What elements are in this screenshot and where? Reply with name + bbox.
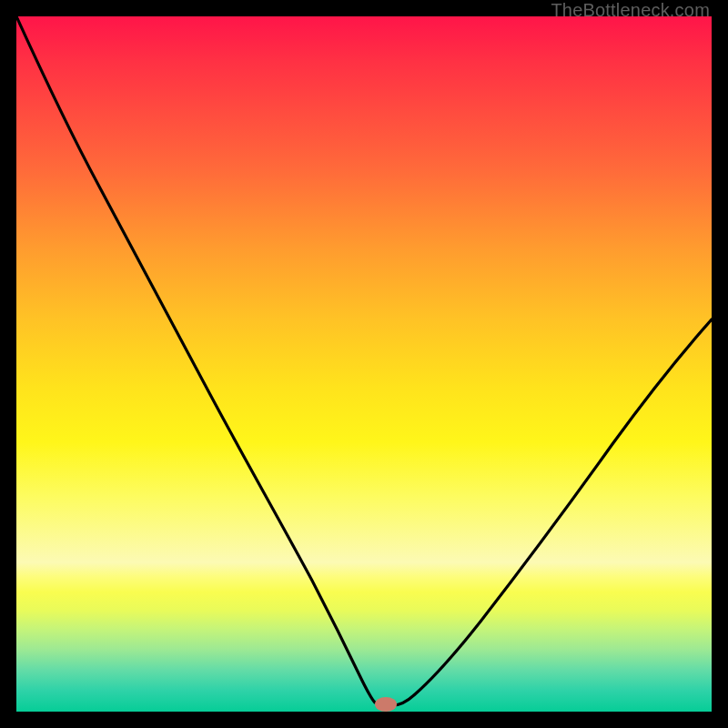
- bottleneck-curve-path: [16, 16, 712, 705]
- optimal-point-marker: [375, 697, 397, 712]
- bottleneck-curve-svg: [16, 16, 712, 712]
- plot-area: [16, 16, 712, 712]
- chart-frame: TheBottleneck.com: [0, 0, 728, 728]
- watermark-text: TheBottleneck.com: [551, 0, 710, 21]
